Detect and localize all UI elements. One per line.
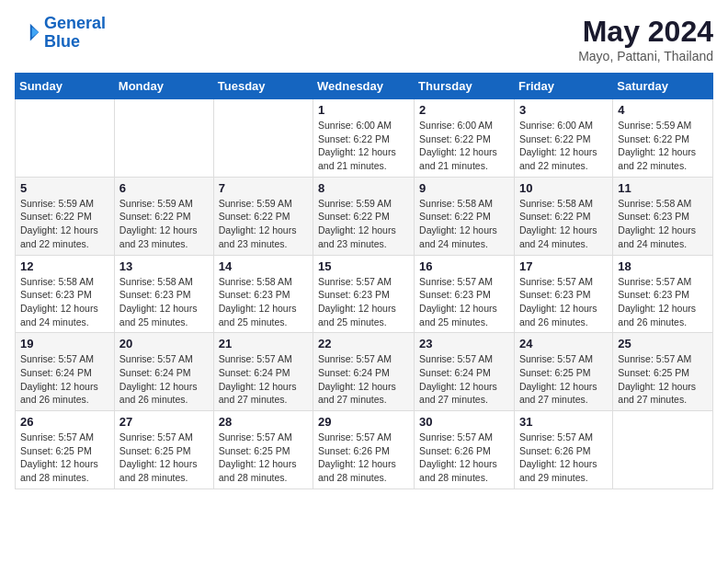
day-info: Sunrise: 5:57 AM Sunset: 6:26 PM Dayligh… <box>419 431 509 485</box>
day-info: Sunrise: 5:58 AM Sunset: 6:22 PM Dayligh… <box>519 197 608 251</box>
calendar-table: SundayMondayTuesdayWednesdayThursdayFrid… <box>15 73 713 489</box>
logo-icon <box>15 20 40 46</box>
calendar-cell: 24Sunrise: 5:57 AM Sunset: 6:25 PM Dayli… <box>514 333 612 411</box>
calendar-cell: 30Sunrise: 5:57 AM Sunset: 6:26 PM Dayli… <box>415 411 515 489</box>
weekday-header-friday: Friday <box>514 74 612 99</box>
day-number: 14 <box>219 259 308 273</box>
calendar-cell: 2Sunrise: 6:00 AM Sunset: 6:22 PM Daylig… <box>415 99 515 178</box>
day-info: Sunrise: 5:57 AM Sunset: 6:25 PM Dayligh… <box>219 431 308 485</box>
day-info: Sunrise: 5:57 AM Sunset: 6:24 PM Dayligh… <box>119 352 209 407</box>
day-info: Sunrise: 5:57 AM Sunset: 6:25 PM Dayligh… <box>119 431 209 485</box>
day-number: 2 <box>419 103 509 117</box>
day-number: 6 <box>119 181 209 195</box>
calendar-cell: 9Sunrise: 5:58 AM Sunset: 6:22 PM Daylig… <box>415 177 515 255</box>
calendar-cell: 15Sunrise: 5:57 AM Sunset: 6:23 PM Dayli… <box>313 255 415 333</box>
day-info: Sunrise: 5:57 AM Sunset: 6:23 PM Dayligh… <box>519 275 608 329</box>
week-row-1: 5Sunrise: 5:59 AM Sunset: 6:22 PM Daylig… <box>16 177 713 255</box>
calendar-cell: 19Sunrise: 5:57 AM Sunset: 6:24 PM Dayli… <box>16 333 115 411</box>
logo: General Blue <box>15 15 106 52</box>
day-number: 5 <box>20 181 109 195</box>
day-number: 26 <box>20 415 109 429</box>
day-number: 7 <box>219 181 308 195</box>
calendar-cell: 22Sunrise: 5:57 AM Sunset: 6:24 PM Dayli… <box>313 333 415 411</box>
calendar-cell: 14Sunrise: 5:58 AM Sunset: 6:23 PM Dayli… <box>213 255 313 333</box>
calendar-cell: 17Sunrise: 5:57 AM Sunset: 6:23 PM Dayli… <box>514 255 612 333</box>
day-number: 16 <box>419 259 509 273</box>
weekday-header-sunday: Sunday <box>16 74 115 99</box>
calendar-cell: 27Sunrise: 5:57 AM Sunset: 6:25 PM Dayli… <box>114 411 213 489</box>
day-info: Sunrise: 5:57 AM Sunset: 6:23 PM Dayligh… <box>419 275 509 329</box>
calendar-cell: 23Sunrise: 5:57 AM Sunset: 6:24 PM Dayli… <box>415 333 515 411</box>
day-number: 24 <box>519 337 608 350</box>
day-info: Sunrise: 5:57 AM Sunset: 6:26 PM Dayligh… <box>318 431 409 485</box>
logo-text: General Blue <box>44 15 106 52</box>
weekday-header-row: SundayMondayTuesdayWednesdayThursdayFrid… <box>16 74 713 99</box>
day-info: Sunrise: 5:57 AM Sunset: 6:24 PM Dayligh… <box>20 352 109 407</box>
calendar-cell: 16Sunrise: 5:57 AM Sunset: 6:23 PM Dayli… <box>415 255 515 333</box>
day-info: Sunrise: 5:59 AM Sunset: 6:22 PM Dayligh… <box>119 197 209 251</box>
day-info: Sunrise: 5:57 AM Sunset: 6:25 PM Dayligh… <box>20 431 109 485</box>
day-info: Sunrise: 5:57 AM Sunset: 6:25 PM Dayligh… <box>519 352 608 407</box>
day-info: Sunrise: 6:00 AM Sunset: 6:22 PM Dayligh… <box>318 119 409 173</box>
calendar-cell: 21Sunrise: 5:57 AM Sunset: 6:24 PM Dayli… <box>213 333 313 411</box>
day-info: Sunrise: 6:00 AM Sunset: 6:22 PM Dayligh… <box>419 119 509 173</box>
day-number: 30 <box>419 415 509 429</box>
day-info: Sunrise: 5:57 AM Sunset: 6:26 PM Dayligh… <box>519 431 608 485</box>
day-number: 28 <box>219 415 308 429</box>
day-info: Sunrise: 5:58 AM Sunset: 6:23 PM Dayligh… <box>219 275 308 329</box>
day-number: 18 <box>618 259 708 273</box>
day-number: 17 <box>519 259 608 273</box>
day-info: Sunrise: 5:57 AM Sunset: 6:24 PM Dayligh… <box>219 352 308 407</box>
day-number: 15 <box>318 259 409 273</box>
calendar-cell: 5Sunrise: 5:59 AM Sunset: 6:22 PM Daylig… <box>16 177 115 255</box>
day-info: Sunrise: 5:58 AM Sunset: 6:22 PM Dayligh… <box>419 197 509 251</box>
day-number: 23 <box>419 337 509 350</box>
calendar-cell <box>613 411 713 489</box>
day-info: Sunrise: 5:57 AM Sunset: 6:24 PM Dayligh… <box>318 352 409 407</box>
main-title: May 2024 <box>578 15 713 49</box>
calendar-cell <box>213 99 313 178</box>
day-number: 22 <box>318 337 409 350</box>
calendar-cell: 20Sunrise: 5:57 AM Sunset: 6:24 PM Dayli… <box>114 333 213 411</box>
day-number: 12 <box>20 259 109 273</box>
calendar-cell: 31Sunrise: 5:57 AM Sunset: 6:26 PM Dayli… <box>514 411 612 489</box>
day-number: 31 <box>519 415 608 429</box>
calendar-cell: 6Sunrise: 5:59 AM Sunset: 6:22 PM Daylig… <box>114 177 213 255</box>
header: General Blue May 2024 Mayo, Pattani, Tha… <box>15 15 713 63</box>
day-number: 19 <box>20 337 109 350</box>
day-number: 1 <box>318 103 409 117</box>
calendar-cell: 8Sunrise: 5:59 AM Sunset: 6:22 PM Daylig… <box>313 177 415 255</box>
calendar-cell: 29Sunrise: 5:57 AM Sunset: 6:26 PM Dayli… <box>313 411 415 489</box>
day-info: Sunrise: 5:57 AM Sunset: 6:24 PM Dayligh… <box>419 352 509 407</box>
calendar-cell: 18Sunrise: 5:57 AM Sunset: 6:23 PM Dayli… <box>613 255 713 333</box>
calendar-cell: 28Sunrise: 5:57 AM Sunset: 6:25 PM Dayli… <box>213 411 313 489</box>
day-info: Sunrise: 5:58 AM Sunset: 6:23 PM Dayligh… <box>119 275 209 329</box>
day-info: Sunrise: 5:58 AM Sunset: 6:23 PM Dayligh… <box>20 275 109 329</box>
weekday-header-wednesday: Wednesday <box>313 74 415 99</box>
weekday-header-tuesday: Tuesday <box>213 74 313 99</box>
day-number: 20 <box>119 337 209 350</box>
calendar-cell: 7Sunrise: 5:59 AM Sunset: 6:22 PM Daylig… <box>213 177 313 255</box>
day-number: 9 <box>419 181 509 195</box>
day-info: Sunrise: 6:00 AM Sunset: 6:22 PM Dayligh… <box>519 119 608 173</box>
day-number: 29 <box>318 415 409 429</box>
day-info: Sunrise: 5:57 AM Sunset: 6:25 PM Dayligh… <box>618 352 708 407</box>
day-number: 4 <box>618 103 708 117</box>
week-row-3: 19Sunrise: 5:57 AM Sunset: 6:24 PM Dayli… <box>16 333 713 411</box>
week-row-2: 12Sunrise: 5:58 AM Sunset: 6:23 PM Dayli… <box>16 255 713 333</box>
day-number: 3 <box>519 103 608 117</box>
calendar-cell: 1Sunrise: 6:00 AM Sunset: 6:22 PM Daylig… <box>313 99 415 178</box>
svg-marker-1 <box>32 27 39 37</box>
day-info: Sunrise: 5:59 AM Sunset: 6:22 PM Dayligh… <box>20 197 109 251</box>
title-area: May 2024 Mayo, Pattani, Thailand <box>578 15 713 63</box>
logo-line2: Blue <box>44 32 80 51</box>
calendar-cell: 26Sunrise: 5:57 AM Sunset: 6:25 PM Dayli… <box>16 411 115 489</box>
day-number: 27 <box>119 415 209 429</box>
day-number: 8 <box>318 181 409 195</box>
subtitle: Mayo, Pattani, Thailand <box>578 49 713 63</box>
calendar-cell: 12Sunrise: 5:58 AM Sunset: 6:23 PM Dayli… <box>16 255 115 333</box>
day-number: 11 <box>618 181 708 195</box>
day-info: Sunrise: 5:57 AM Sunset: 6:23 PM Dayligh… <box>318 275 409 329</box>
calendar-cell <box>114 99 213 178</box>
calendar-cell: 10Sunrise: 5:58 AM Sunset: 6:22 PM Dayli… <box>514 177 612 255</box>
